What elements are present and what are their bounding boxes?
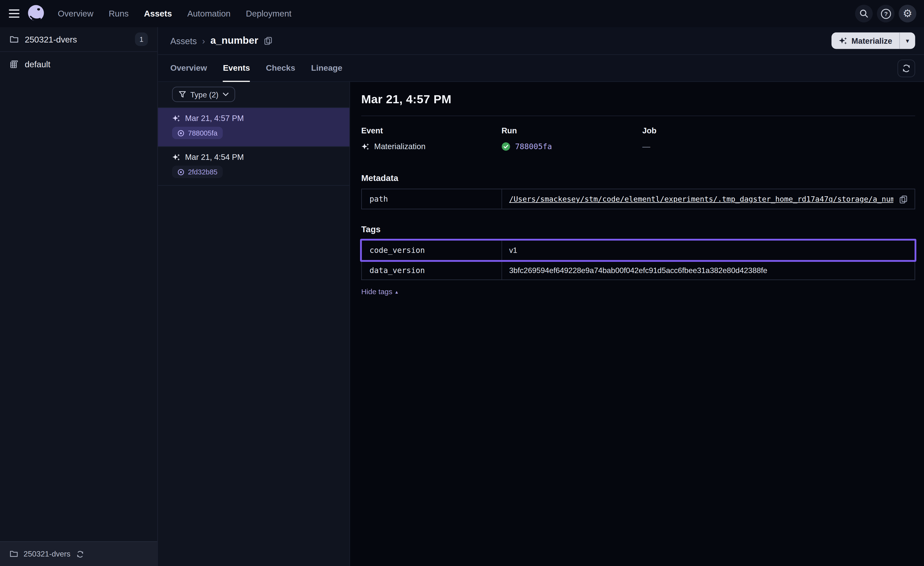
caret-up-icon: ▴ (395, 289, 398, 295)
tag-row-code-version: code_version v1 (362, 241, 915, 260)
tags-table: code_version v1 data_version 3bfc269594e… (361, 240, 915, 280)
success-check-icon (502, 142, 510, 151)
run-target-icon (177, 129, 184, 137)
nav-item-automation[interactable]: Automation (188, 9, 231, 18)
tab-checks[interactable]: Checks (266, 55, 295, 81)
nav-item-overview[interactable]: Overview (58, 9, 93, 18)
metadata-key: path (362, 189, 502, 209)
event-detail-panel: Mar 21, 4:57 PM Event Materi (350, 82, 924, 566)
event-column-header: Event (361, 126, 502, 135)
hide-tags-link[interactable]: Hide tags ▴ (361, 288, 398, 296)
asset-group-icon (9, 60, 19, 69)
search-icon (859, 9, 868, 18)
materialization-icon (172, 114, 180, 122)
sidebar-group-label: 250321-dvers (25, 35, 77, 44)
asset-count-badge: 1 (135, 33, 148, 46)
materialization-icon (361, 142, 369, 151)
metadata-heading: Metadata (361, 173, 915, 183)
job-value: — (642, 142, 650, 151)
asset-header: Assets › a_number (158, 27, 924, 82)
materialize-button[interactable]: Materialize (831, 33, 899, 49)
tag-row-data-version: data_version 3bfc269594ef649228e9a74bab0… (362, 260, 915, 279)
menu-icon[interactable] (9, 9, 20, 18)
materialization-icon (172, 153, 180, 161)
main-area: Assets › a_number (158, 27, 924, 566)
folder-icon (9, 549, 18, 558)
metadata-path-link[interactable]: /Users/smackesey/stm/code/elementl/exper… (509, 194, 893, 203)
tab-events[interactable]: Events (223, 55, 250, 81)
event-list-panel: Type (2) (158, 82, 350, 566)
event-type-value: Materialization (374, 142, 425, 151)
page-title: a_number (210, 35, 258, 47)
run-id-pill: 788005fa (172, 127, 223, 139)
copy-icon[interactable] (899, 195, 908, 203)
app-window: Overview Runs Assets Automation Deployme… (0, 0, 924, 566)
job-column-header: Job (642, 126, 915, 135)
metadata-row: path /Users/smackesey/stm/code/elementl/… (362, 189, 915, 209)
event-detail-title: Mar 21, 4:57 PM (361, 93, 915, 106)
run-column-header: Run (502, 126, 642, 135)
asset-sidebar: 250321-dvers 1 default 250321-dvers (0, 27, 158, 566)
sparkle-icon (838, 36, 847, 45)
nav-item-deployment[interactable]: Deployment (246, 9, 292, 18)
sidebar-item-group[interactable]: 250321-dvers 1 (0, 27, 158, 52)
sidebar-default-label: default (25, 60, 51, 69)
tag-value: v1 (509, 246, 517, 254)
breadcrumb-assets-link[interactable]: Assets (170, 36, 196, 46)
materialize-split-button: Materialize ▾ (831, 33, 915, 49)
sidebar-item-default[interactable]: default (0, 52, 158, 77)
settings-button[interactable]: ⚙ (899, 5, 916, 23)
reload-icon[interactable] (76, 550, 84, 558)
svg-text:?: ? (884, 11, 888, 17)
filter-icon (178, 90, 186, 98)
nav-item-assets[interactable]: Assets (144, 9, 172, 18)
event-timestamp: Mar 21, 4:57 PM (185, 114, 244, 122)
type-filter-button[interactable]: Type (2) (172, 87, 235, 102)
help-button[interactable]: ? (877, 5, 895, 23)
chevron-down-icon (223, 93, 228, 96)
breadcrumb-separator: › (202, 36, 205, 46)
caret-down-icon: ▾ (906, 37, 909, 45)
run-target-icon (177, 169, 184, 175)
nav-item-runs[interactable]: Runs (109, 9, 129, 18)
run-id: 788005fa (188, 129, 218, 137)
run-id-link[interactable]: 788005fa (515, 142, 552, 151)
event-list-item[interactable]: Mar 21, 4:54 PM 2fd32b85 (158, 147, 350, 185)
top-navigation-bar: Overview Runs Assets Automation Deployme… (0, 0, 924, 27)
search-button[interactable] (855, 5, 873, 23)
event-summary-columns: Event Materialization R (361, 126, 915, 151)
event-filter-bar: Type (2) (158, 82, 350, 108)
tags-heading: Tags (361, 225, 915, 234)
refresh-button[interactable] (897, 59, 915, 77)
materialize-dropdown-button[interactable]: ▾ (900, 33, 915, 49)
dagster-logo[interactable] (26, 4, 46, 24)
event-timestamp: Mar 21, 4:54 PM (185, 153, 244, 161)
tab-overview[interactable]: Overview (170, 55, 207, 81)
metadata-table: path /Users/smackesey/stm/code/elementl/… (361, 189, 915, 209)
copy-icon[interactable] (264, 36, 272, 45)
materialize-label: Materialize (851, 36, 892, 45)
breadcrumb: Assets › a_number (158, 27, 924, 55)
footer-location-label: 250321-dvers (24, 549, 70, 558)
primary-nav: Overview Runs Assets Automation Deployme… (58, 9, 292, 18)
type-filter-label: Type (2) (190, 90, 219, 99)
asset-tabs: Overview Events Checks Lineage (158, 55, 924, 81)
tag-key: code_version (362, 241, 502, 260)
hide-tags-label: Hide tags (361, 288, 392, 296)
help-icon: ? (880, 8, 891, 19)
tag-key: data_version (362, 260, 502, 280)
run-id-pill: 2fd32b85 (172, 166, 223, 178)
divider (361, 116, 915, 116)
gear-icon: ⚙ (903, 8, 912, 19)
tab-lineage[interactable]: Lineage (311, 55, 342, 81)
topnav-actions: ? ⚙ (855, 5, 916, 23)
folder-icon (9, 35, 19, 44)
run-id: 2fd32b85 (188, 168, 218, 176)
sidebar-footer: 250321-dvers (0, 541, 158, 566)
event-list-item[interactable]: Mar 21, 4:57 PM 788005fa (158, 108, 350, 147)
tag-value: 3bfc269594ef649228e9a74bab00f042efc91d5a… (509, 265, 767, 274)
refresh-icon (902, 63, 911, 73)
